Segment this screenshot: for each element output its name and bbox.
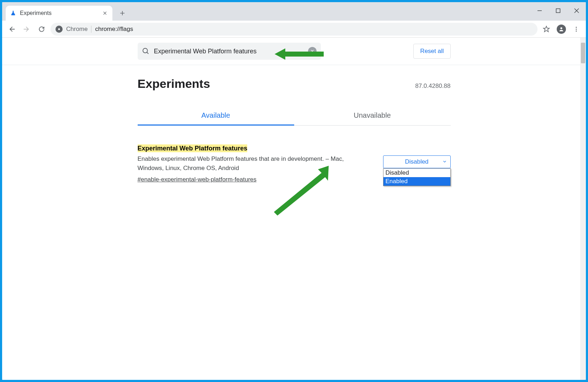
forward-button[interactable]: [21, 23, 33, 35]
svg-point-4: [576, 28, 577, 30]
option-disabled[interactable]: Disabled: [383, 169, 450, 177]
flag-description: Enables experimental Web Platform featur…: [138, 154, 369, 173]
new-tab-button[interactable]: [117, 7, 128, 19]
close-window-button[interactable]: [567, 4, 586, 18]
url-text: chrome://flags: [95, 26, 133, 33]
profile-button[interactable]: [555, 23, 567, 35]
kebab-menu-icon[interactable]: [570, 23, 582, 35]
svg-rect-0: [556, 9, 560, 13]
flag-state-select[interactable]: Disabled: [383, 155, 451, 168]
clear-search-icon[interactable]: [308, 47, 317, 55]
page-viewport: Experimental Web Platform features Reset…: [2, 38, 586, 380]
tab-unavailable[interactable]: Unavailable: [294, 106, 451, 125]
flag-hash-link[interactable]: #enable-experimental-web-platform-featur…: [138, 176, 257, 183]
close-tab-icon[interactable]: [102, 10, 108, 16]
svg-point-2: [560, 27, 562, 29]
vertical-scrollbar[interactable]: [580, 38, 586, 380]
browser-toolbar: Chrome chrome://flags: [2, 21, 586, 38]
url-origin-label: Chrome: [66, 26, 88, 33]
tab-strip: Experiments: [2, 2, 586, 21]
flag-text: Experimental Web Platform features Enabl…: [138, 145, 369, 183]
search-icon: [142, 47, 150, 55]
minimize-button[interactable]: [530, 4, 549, 18]
window-controls: [530, 2, 586, 19]
heading-row: Experiments 87.0.4280.88: [138, 77, 451, 91]
svg-point-1: [58, 28, 60, 30]
page-title: Experiments: [138, 77, 210, 91]
address-bar[interactable]: Chrome chrome://flags: [51, 23, 537, 36]
flag-entry: Experimental Web Platform features Enabl…: [138, 145, 451, 183]
back-button[interactable]: [6, 23, 18, 35]
option-enabled[interactable]: Enabled: [383, 177, 450, 186]
search-value: Experimental Web Platform features: [154, 48, 304, 55]
flags-search-input[interactable]: Experimental Web Platform features: [138, 43, 321, 60]
maximize-button[interactable]: [549, 4, 567, 18]
tab-title: Experiments: [20, 10, 98, 16]
chevron-down-icon: [443, 158, 447, 165]
chrome-icon: [55, 26, 63, 33]
search-row: Experimental Web Platform features Reset…: [138, 43, 451, 67]
browser-window: Experiments: [2, 2, 586, 380]
reset-all-button[interactable]: Reset all: [413, 44, 450, 59]
svg-point-6: [143, 48, 147, 53]
flag-tabs: Available Unavailable: [138, 106, 451, 126]
person-icon: [557, 25, 566, 34]
chrome-version: 87.0.4280.88: [415, 83, 450, 90]
bookmark-star-icon[interactable]: [540, 23, 552, 35]
flask-icon: [10, 10, 16, 16]
divider: [91, 26, 91, 33]
active-tab[interactable]: Experiments: [6, 6, 112, 21]
selected-value: Disabled: [405, 158, 428, 165]
flag-control: Disabled Disabled Enabled: [383, 155, 451, 183]
scrollbar-thumb[interactable]: [581, 43, 585, 63]
content: Experimental Web Platform features Reset…: [138, 38, 451, 183]
reload-button[interactable]: [36, 23, 48, 35]
flag-state-dropdown: Disabled Enabled: [383, 168, 451, 186]
svg-point-5: [576, 30, 577, 31]
tab-available[interactable]: Available: [138, 106, 294, 126]
divider: [2, 65, 581, 65]
flag-title: Experimental Web Platform features: [138, 145, 369, 152]
svg-point-3: [576, 27, 577, 28]
